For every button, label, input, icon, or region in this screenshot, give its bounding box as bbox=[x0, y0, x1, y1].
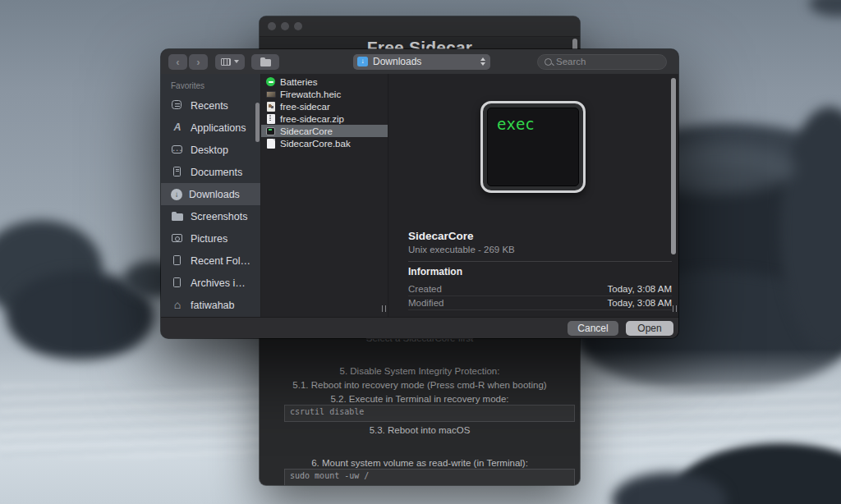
desktop: Free Sidecar Select a SidecarCore first … bbox=[0, 0, 841, 504]
app-document-icon bbox=[266, 101, 276, 112]
sidebar-item-label: Documents bbox=[191, 167, 242, 178]
dialog-footer: Cancel Open bbox=[161, 317, 678, 338]
instruction-line: 6. Mount system volume as read-write (in… bbox=[260, 458, 580, 468]
file-name: SidecarCore.bak bbox=[280, 139, 351, 149]
sidebar-item-label: Archives i… bbox=[191, 277, 246, 289]
sidebar-item[interactable]: Documents bbox=[161, 161, 260, 183]
zip-document-icon bbox=[266, 113, 276, 124]
dialog-toolbar: ‹ › Downloads Search bbox=[161, 49, 678, 75]
sidebar-item[interactable]: Archives i… bbox=[161, 272, 260, 294]
exec-file-icon: exec bbox=[480, 101, 586, 193]
file-name: SidecarCore bbox=[280, 126, 333, 136]
desktop-icon bbox=[171, 144, 184, 156]
info-header: Information bbox=[408, 266, 462, 277]
file-row[interactable]: SidecarCore.bak bbox=[261, 137, 388, 149]
file-row[interactable]: SidecarCore bbox=[261, 125, 388, 137]
instruction-line: 5.2. Execute in Terminal in recovery mod… bbox=[260, 394, 580, 404]
instruction-line: 5.1. Reboot into recovery mode (Press cm… bbox=[260, 380, 580, 390]
green-circle-icon bbox=[266, 76, 276, 87]
sidebar-item-label: Desktop bbox=[191, 144, 228, 156]
file-name: Batteries bbox=[280, 77, 317, 87]
minimize-icon[interactable] bbox=[281, 22, 289, 30]
location-label: Downloads bbox=[373, 56, 476, 67]
applications-icon bbox=[171, 121, 184, 134]
preview-pane: exec SidecarCore Unix executable - 269 K… bbox=[388, 74, 678, 317]
file-row[interactable]: Firewatch.heic bbox=[261, 88, 388, 100]
new-folder-button[interactable] bbox=[251, 54, 279, 70]
location-popup[interactable]: Downloads bbox=[353, 54, 490, 70]
sidebar-item[interactable]: Downloads bbox=[161, 183, 260, 205]
dialog-body: Favorites Recents Applications Desktop bbox=[161, 74, 678, 317]
info-value: Today, 3:08 AM bbox=[608, 284, 672, 294]
info-row: Created Today, 3:08 AM bbox=[408, 282, 672, 296]
terminal-command[interactable]: sudo mount -uw / bbox=[284, 469, 575, 485]
file-row[interactable]: free-sidecar.zip bbox=[261, 112, 388, 125]
pictures-icon bbox=[171, 232, 184, 245]
sidebar-item[interactable]: Recent Fol… bbox=[161, 250, 260, 272]
sidebar: Favorites Recents Applications Desktop bbox=[161, 74, 261, 317]
zoom-icon[interactable] bbox=[294, 22, 302, 30]
back-button[interactable]: ‹ bbox=[168, 54, 187, 70]
downloads-folder-blue-icon bbox=[357, 57, 368, 66]
popup-chevrons-icon bbox=[480, 57, 486, 66]
sidebar-item-label: fatiwahab bbox=[191, 300, 235, 311]
magnifier-icon bbox=[545, 58, 552, 66]
exec-label: exec bbox=[497, 115, 535, 133]
recents-icon bbox=[171, 99, 184, 112]
info-rows: Created Today, 3:08 AM Modified Today, 3… bbox=[408, 282, 672, 310]
image-thumb-icon bbox=[266, 89, 276, 99]
folder-icon bbox=[171, 210, 184, 222]
terminal-command[interactable]: csrutil disable bbox=[284, 405, 575, 422]
sidebar-item[interactable]: Screenshots bbox=[161, 205, 260, 227]
home-icon bbox=[171, 299, 184, 311]
sidebar-item[interactable]: Desktop bbox=[161, 139, 260, 161]
file-rows: Batteries Firewatch.heic free-sidecar fr… bbox=[261, 76, 388, 149]
exec-screen: exec bbox=[487, 108, 579, 186]
preview-scrollbar-thumb[interactable] bbox=[671, 78, 676, 254]
sidebar-item[interactable]: fatiwahab bbox=[161, 294, 260, 316]
info-row: Modified Today, 3:08 AM bbox=[408, 296, 672, 310]
sidebar-item-label: Recent Fol… bbox=[191, 255, 250, 267]
column-resize-handle[interactable] bbox=[382, 305, 386, 312]
search-input[interactable]: Search bbox=[537, 54, 667, 70]
cancel-button[interactable]: Cancel bbox=[568, 321, 618, 336]
file-name: Firewatch.heic bbox=[280, 89, 341, 99]
close-icon[interactable] bbox=[268, 22, 276, 30]
info-label: Modified bbox=[408, 298, 443, 308]
info-label: Created bbox=[408, 284, 442, 294]
exec-mini-icon bbox=[266, 126, 276, 136]
sidebar-item[interactable]: Recents bbox=[161, 94, 260, 117]
sidebar-item[interactable]: Applications bbox=[161, 117, 260, 139]
preview-file-kind: Unix executable - 269 KB bbox=[408, 245, 515, 254]
info-value: Today, 3:08 AM bbox=[608, 298, 672, 308]
file-name: free-sidecar.zip bbox=[280, 114, 344, 124]
sidebar-section-label: Favorites bbox=[161, 79, 260, 94]
file-name: free-sidecar bbox=[280, 102, 330, 112]
forward-button[interactable]: › bbox=[189, 54, 208, 70]
open-button[interactable]: Open bbox=[626, 321, 673, 336]
sidebar-item[interactable]: Pictures bbox=[161, 227, 260, 250]
file-row[interactable]: free-sidecar bbox=[261, 100, 388, 112]
sidebar-item-label: Pictures bbox=[191, 233, 227, 245]
downloads-icon bbox=[171, 189, 182, 200]
search-placeholder: Search bbox=[556, 57, 586, 66]
divider bbox=[408, 261, 672, 262]
chevron-down-icon bbox=[234, 60, 239, 63]
sidebar-item-label: Screenshots bbox=[191, 211, 247, 222]
window-titlebar[interactable] bbox=[260, 16, 580, 37]
column-resize-handle[interactable] bbox=[673, 305, 677, 312]
sidebar-scrollbar-thumb[interactable] bbox=[255, 103, 260, 142]
document-icon bbox=[171, 277, 184, 289]
sidebar-item-label: Recents bbox=[191, 100, 228, 112]
file-row[interactable]: Batteries bbox=[261, 76, 388, 88]
column-view-icon bbox=[221, 58, 231, 66]
instruction-line: 5.3. Reboot into macOS bbox=[260, 425, 580, 435]
sidebar-list: Recents Applications Desktop Documents bbox=[161, 94, 260, 316]
plain-document-icon bbox=[266, 138, 276, 149]
open-file-dialog: ‹ › Downloads Search bbox=[161, 49, 678, 338]
chevron-right-icon: › bbox=[196, 57, 200, 67]
sidebar-item-label: Applications bbox=[191, 122, 246, 134]
sidebar-item-label: Downloads bbox=[189, 189, 240, 200]
view-mode-button[interactable] bbox=[215, 54, 245, 70]
chevron-left-icon: ‹ bbox=[176, 57, 179, 67]
